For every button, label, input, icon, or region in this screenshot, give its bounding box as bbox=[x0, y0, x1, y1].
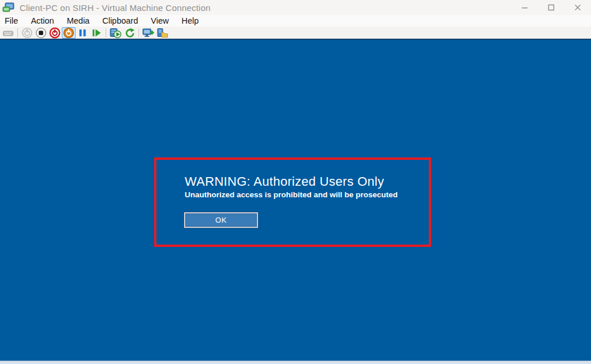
toolbar-separator bbox=[139, 28, 139, 37]
toolbar-ctrl-alt-del-button[interactable] bbox=[1, 27, 15, 39]
monitor-plus-icon bbox=[142, 27, 155, 39]
ok-button[interactable]: OK bbox=[184, 212, 258, 228]
maximize-icon bbox=[548, 4, 555, 11]
titlebar: Client-PC on SIRH - Virtual Machine Conn… bbox=[0, 0, 591, 15]
vmconnect-window: Client-PC on SIRH - Virtual Machine Conn… bbox=[0, 0, 591, 364]
menu-action[interactable]: Action bbox=[31, 16, 59, 25]
toolbar-share-button[interactable] bbox=[155, 27, 169, 39]
toolbar-save-button[interactable] bbox=[62, 27, 76, 39]
hyperv-vm-icon bbox=[2, 2, 15, 13]
maximize-button[interactable] bbox=[538, 0, 564, 15]
pause-icon bbox=[77, 27, 88, 39]
menu-help[interactable]: Help bbox=[181, 16, 204, 25]
warning-subtext: Unauthorized access is prohibited and wi… bbox=[185, 190, 398, 199]
toolbar-start-button[interactable] bbox=[20, 27, 34, 39]
minimize-icon bbox=[521, 4, 528, 11]
close-icon bbox=[574, 4, 581, 11]
menubar: File Action Media Clipboard View Help bbox=[0, 15, 591, 27]
server-checkpoint-icon bbox=[109, 27, 122, 39]
orange-power-icon bbox=[63, 27, 74, 39]
window-title: Client-PC on SIRH - Virtual Machine Conn… bbox=[20, 3, 211, 13]
toolbar-revert-button[interactable] bbox=[122, 27, 136, 39]
menu-clipboard[interactable]: Clipboard bbox=[102, 16, 144, 25]
power-icon bbox=[21, 27, 33, 39]
toolbar-separator bbox=[17, 28, 18, 37]
toolbar-turn-off-button[interactable] bbox=[34, 27, 48, 39]
toolbar-checkpoint-button[interactable] bbox=[109, 27, 122, 39]
shutdown-power-icon bbox=[49, 27, 61, 39]
step-play-icon bbox=[91, 27, 102, 39]
toolbar-pause-button[interactable] bbox=[76, 27, 89, 39]
stop-icon bbox=[35, 27, 47, 39]
window-bottom-edge bbox=[0, 361, 591, 364]
window-controls bbox=[511, 0, 591, 15]
toolbar-reset-button[interactable] bbox=[89, 27, 103, 39]
server-folder-icon bbox=[156, 27, 169, 39]
minimize-button[interactable] bbox=[511, 0, 538, 15]
menu-media[interactable]: Media bbox=[67, 16, 96, 25]
close-button[interactable] bbox=[564, 0, 591, 15]
toolbar-separator bbox=[106, 28, 106, 37]
keyboard-icon bbox=[2, 27, 14, 39]
menu-view[interactable]: View bbox=[151, 16, 174, 25]
menu-file[interactable]: File bbox=[5, 16, 24, 25]
revert-arrow-icon bbox=[124, 27, 135, 39]
toolbar-shut-down-button[interactable] bbox=[48, 27, 62, 39]
toolbar-enhanced-session-button[interactable] bbox=[141, 27, 155, 39]
toolbar bbox=[0, 27, 591, 39]
warning-heading: WARNING: Authorized Users Only bbox=[185, 174, 384, 189]
vm-display bbox=[0, 39, 591, 361]
